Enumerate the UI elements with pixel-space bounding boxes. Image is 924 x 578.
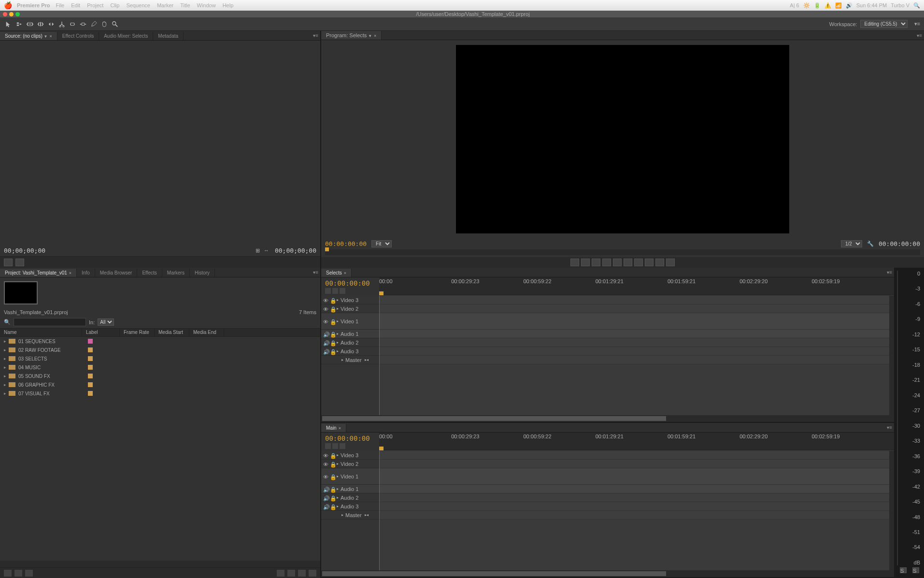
tab-info[interactable]: Info [77, 269, 95, 277]
apple-icon[interactable]: 🍎 [4, 1, 12, 9]
program-timecode[interactable]: 00:00:00:00 [325, 240, 367, 247]
label-swatch[interactable] [88, 347, 93, 352]
audio-track[interactable] [379, 338, 894, 347]
timeline-tracks[interactable] [379, 296, 894, 415]
lock-icon[interactable]: 🔒 [330, 453, 335, 458]
lock-icon[interactable]: 🔒 [330, 298, 335, 303]
toggle-track-output-icon[interactable]: 👁 [323, 462, 328, 466]
timeline-timecode[interactable]: 00:00:00:00 [325, 434, 375, 442]
video-track-header[interactable]: 👁🔒▸Video 1 [321, 468, 379, 485]
label-swatch[interactable] [88, 339, 93, 344]
column-headers[interactable]: Name Label Frame Rate Media Start Media … [0, 328, 320, 337]
audio-track-header[interactable]: 🔊🔒▸Audio 2 [321, 493, 379, 502]
zoom-window-button[interactable] [15, 12, 20, 16]
twirl-icon[interactable]: ▸ [4, 391, 9, 396]
label-swatch[interactable] [88, 374, 93, 378]
new-item-button[interactable] [298, 570, 306, 577]
zoom-fit-select[interactable]: Fit [371, 240, 392, 247]
tab-source-no-clips-[interactable]: Source: (no clips) ▼× [0, 32, 57, 40]
toggle-track-output-icon[interactable]: 👁 [323, 306, 328, 311]
v-scrollbar[interactable] [889, 296, 894, 415]
master-track[interactable] [379, 511, 894, 520]
menu-project[interactable]: Project [87, 2, 103, 8]
workspace-select[interactable]: Editing (CS5.5) [860, 20, 908, 28]
twirl-icon[interactable]: ▸ [4, 347, 9, 352]
snap-button[interactable] [325, 288, 331, 294]
icon-view-button[interactable] [14, 570, 22, 577]
mark-in-button[interactable] [570, 259, 579, 266]
audio-track-header[interactable]: 🔊🔒▸Audio 2 [321, 338, 379, 347]
lock-icon[interactable]: 🔒 [330, 319, 335, 324]
menu-edit[interactable]: Edit [71, 2, 80, 8]
lock-icon[interactable]: 🔒 [330, 474, 335, 479]
audio-track-header[interactable]: 🔊🔒▸Audio 3 [321, 502, 379, 511]
bin-row[interactable]: ▸01 SEQUENCES [0, 337, 320, 346]
twirl-icon[interactable]: ▸ [337, 298, 339, 302]
bin-row[interactable]: ▸06 GRAPHIC FX [0, 380, 320, 389]
twirl-icon[interactable]: ▸ [337, 319, 339, 323]
master-track[interactable] [379, 356, 894, 364]
video-track[interactable] [379, 313, 894, 330]
audio-track[interactable] [379, 502, 894, 511]
panel-flyout-icon[interactable]: ▾≡ [313, 270, 318, 275]
audio-track[interactable] [379, 485, 894, 493]
toggle-track-output-icon[interactable]: 👁 [323, 453, 328, 458]
lock-icon[interactable]: 🔒 [330, 495, 335, 500]
bin-row[interactable]: ▸03 SELECTS [0, 354, 320, 363]
col-name[interactable]: Name [0, 329, 82, 336]
twirl-icon[interactable]: ▸ [337, 349, 339, 353]
menu-clip[interactable]: Clip [110, 2, 119, 8]
export-frame-button[interactable] [666, 259, 675, 266]
track-select-tool[interactable] [14, 19, 24, 29]
search-input[interactable] [14, 318, 86, 326]
v-scrollbar[interactable] [889, 451, 894, 570]
mute-icon[interactable]: 🔊 [323, 504, 328, 509]
program-scrubber[interactable] [325, 249, 920, 255]
col-label[interactable]: Label [82, 329, 120, 336]
settings-icon[interactable]: 🔧 [867, 241, 874, 247]
close-icon[interactable]: × [344, 271, 346, 275]
delete-button[interactable] [309, 570, 316, 577]
tab-project-vashi-template-v01[interactable]: Project: Vashi_Template_v01× [0, 269, 77, 277]
label-swatch[interactable] [88, 365, 93, 370]
playhead-line[interactable] [379, 451, 380, 570]
go-to-out-button[interactable] [634, 259, 643, 266]
col-mediaend[interactable]: Media End [189, 329, 224, 336]
hand-tool[interactable] [100, 19, 109, 29]
mute-icon[interactable]: 🔊 [323, 349, 328, 354]
menu-title[interactable]: Title [180, 2, 190, 8]
video-track-header[interactable]: 👁🔒▸Video 3 [321, 296, 379, 304]
tab-metadata[interactable]: Metadata [153, 32, 184, 40]
spotlight-icon[interactable]: 🔍 [913, 2, 920, 9]
program-duration[interactable]: 00:00:00:00 [879, 240, 920, 247]
time-ruler[interactable]: 00:0000:00:29:2300:00:59:2200:01:29:2100… [379, 277, 894, 295]
lock-icon[interactable]: 🔒 [330, 332, 335, 336]
menu-file[interactable]: File [56, 2, 64, 8]
mute-icon[interactable]: 🔊 [323, 340, 328, 345]
twirl-icon[interactable]: ▸ [337, 340, 339, 345]
rolling-edit-tool[interactable] [36, 19, 45, 29]
video-track[interactable] [379, 304, 894, 313]
tab-markers[interactable]: Markers [162, 269, 190, 277]
twirl-icon[interactable]: ▸ [4, 365, 9, 370]
extract-button[interactable] [655, 259, 664, 266]
bin-row[interactable]: ▸02 RAW FOOTAGE [0, 346, 320, 354]
ripple-edit-tool[interactable] [25, 19, 35, 29]
twirl-icon[interactable]: ▸ [337, 495, 339, 500]
master-track-header[interactable]: ▸Master▸◂ [321, 511, 379, 520]
search-scope-select[interactable]: All [98, 318, 114, 326]
tab-effect-controls[interactable]: Effect Controls [57, 32, 99, 40]
settings-button[interactable] [340, 443, 345, 449]
panel-flyout-icon[interactable]: ▾≡ [887, 425, 892, 430]
twirl-icon[interactable]: ▸ [341, 358, 343, 362]
app-name[interactable]: Premiere Pro [17, 2, 50, 8]
tab-audio-mixer-selects[interactable]: Audio Mixer: Selects [99, 32, 153, 40]
scrollbar-thumb[interactable] [322, 416, 666, 421]
label-swatch[interactable] [88, 391, 93, 396]
solo-left-button[interactable]: S [900, 567, 907, 573]
twirl-icon[interactable]: ▸ [4, 382, 9, 387]
toggle-track-output-icon[interactable]: 👁 [323, 474, 328, 479]
minimize-window-button[interactable] [9, 12, 14, 16]
lift-button[interactable] [645, 259, 654, 266]
rate-stretch-tool[interactable] [46, 19, 56, 29]
